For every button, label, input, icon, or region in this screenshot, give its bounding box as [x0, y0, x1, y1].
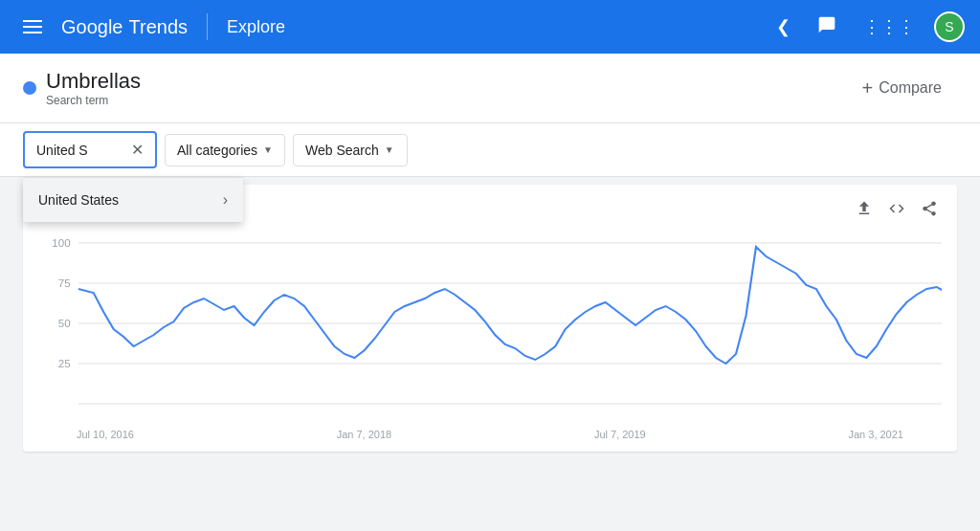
svg-text:100: 100 — [52, 237, 70, 249]
svg-text:25: 25 — [58, 358, 71, 369]
app-header: Google Trends Explore ❮ ⋮⋮⋮ S — [0, 0, 980, 54]
app-logo: Google Trends — [61, 16, 188, 38]
filter-bar: ✕ All categories ▼ Web Search ▼ — [0, 123, 980, 177]
header-divider — [207, 13, 208, 40]
x-axis-labels: Jul 10, 2016 Jan 7, 2018 Jul 7, 2019 Jan… — [38, 425, 942, 440]
apps-icon[interactable]: ⋮⋮⋮ — [856, 9, 923, 45]
x-label-3: Jul 7, 2019 — [594, 429, 646, 440]
x-label-1: Jul 10, 2016 — [77, 429, 134, 440]
svg-text:50: 50 — [58, 318, 71, 329]
trends-logo-text: Trends — [129, 16, 189, 38]
chart-wrapper: 100 75 50 25 — [38, 233, 942, 425]
geo-suggestion-box: United States › — [23, 177, 243, 222]
geo-suggestion-chevron: › — [223, 191, 228, 209]
search-term-box: Umbrellas Search term — [23, 69, 214, 107]
geo-suggestion-united-states[interactable]: United States › — [23, 178, 243, 222]
search-term-text-group: Umbrellas Search term — [46, 69, 141, 107]
download-icon[interactable] — [852, 196, 877, 226]
categories-dropdown-arrow: ▼ — [263, 144, 273, 155]
code-icon[interactable] — [884, 196, 909, 226]
explore-label: Explore — [227, 17, 285, 37]
trend-chart: 100 75 50 25 — [38, 233, 942, 425]
search-dot — [23, 81, 36, 95]
share-icon[interactable]: ❮ — [768, 9, 798, 45]
svg-text:75: 75 — [58, 277, 71, 289]
compare-plus-icon: + — [862, 77, 874, 100]
x-label-4: Jan 3, 2021 — [848, 429, 903, 440]
search-type-filter-label: Web Search — [305, 143, 379, 158]
x-label-2: Jan 7, 2018 — [337, 429, 392, 440]
filter-bar-wrapper: ✕ All categories ▼ Web Search ▼ United S… — [0, 123, 980, 177]
google-logo-text: Google — [61, 16, 123, 38]
compare-button[interactable]: + Compare — [847, 70, 958, 107]
categories-filter-dropdown[interactable]: All categories ▼ — [165, 134, 285, 166]
main-content-area: Interest over time i 100 75 — [23, 185, 957, 452]
share-chart-icon[interactable] — [917, 196, 942, 226]
geo-suggestion-label: United States — [38, 192, 119, 208]
categories-filter-label: All categories — [177, 143, 257, 158]
geo-filter-dropdown[interactable]: ✕ — [23, 131, 157, 168]
compare-label: Compare — [879, 79, 942, 97]
search-term-name: Umbrellas — [46, 69, 141, 94]
user-avatar[interactable]: S — [934, 11, 965, 42]
interest-actions — [852, 196, 942, 226]
search-type-dropdown-arrow: ▼ — [385, 144, 394, 155]
search-type-filter-dropdown[interactable]: Web Search ▼ — [293, 134, 408, 166]
search-area: Umbrellas Search term + Compare — [0, 54, 980, 123]
geo-filter-input[interactable] — [36, 143, 113, 158]
geo-clear-icon[interactable]: ✕ — [131, 141, 144, 159]
search-term-type: Search term — [46, 94, 141, 107]
menu-button[interactable] — [15, 12, 50, 41]
feedback-icon[interactable] — [810, 8, 844, 47]
